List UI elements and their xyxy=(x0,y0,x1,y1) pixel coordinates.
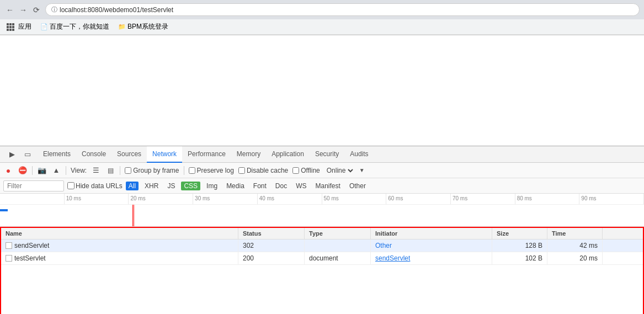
row1-type xyxy=(305,240,371,252)
row2-initiator[interactable]: sendServlet xyxy=(371,252,492,264)
row1-initiator: Other xyxy=(371,240,492,252)
preserve-log-label[interactable]: Preserve log xyxy=(189,167,234,174)
toolbar-separator-2 xyxy=(66,166,66,175)
clear-button[interactable]: ⛔ xyxy=(18,166,28,175)
filter-type-xhr[interactable]: XHR xyxy=(142,182,161,190)
browser-chrome: ← → ⟳ ⓘ localhost:8080/webdemo01/testSer… xyxy=(0,0,644,35)
toolbar-separator-4 xyxy=(184,166,184,175)
filter-type-manifest[interactable]: Manifest xyxy=(313,182,343,190)
row2-type: document xyxy=(305,252,371,264)
bookmark-apps[interactable]: 应用 xyxy=(4,21,34,33)
tab-console[interactable]: Console xyxy=(76,146,111,163)
tab-performance[interactable]: Performance xyxy=(182,146,231,163)
tab-application[interactable]: Application xyxy=(266,146,310,163)
filter-type-doc[interactable]: Doc xyxy=(273,182,290,190)
tab-security[interactable]: Security xyxy=(310,146,344,163)
timeline-bar-request xyxy=(0,209,8,211)
tick-60: 60 ms xyxy=(386,194,451,204)
devtools-tabs: ▶ ▭ Elements Console Sources Network Per… xyxy=(0,146,644,163)
table-row[interactable]: sendServlet 302 Other 128 B 42 ms xyxy=(1,240,643,252)
filter-type-ws[interactable]: WS xyxy=(293,182,309,190)
row2-time: 20 ms xyxy=(547,252,603,264)
row1-time: 42 ms xyxy=(547,240,603,252)
hide-data-urls-label[interactable]: Hide data URLs xyxy=(67,182,123,190)
bookmarks-bar: 应用 📄 百度一下，你就知道 📁 BPM系统登录 xyxy=(0,19,644,35)
filter-type-css[interactable]: CSS xyxy=(181,182,200,190)
throttle-select[interactable]: Online xyxy=(324,166,355,175)
col-header-name: Name xyxy=(1,228,238,239)
table-row[interactable]: testServlet 200 document sendServlet 102… xyxy=(1,252,643,265)
filter-type-js[interactable]: JS xyxy=(164,182,178,190)
tick-40: 40 ms xyxy=(258,194,322,204)
tab-network[interactable]: Network xyxy=(147,146,182,163)
camera-button[interactable]: 📷 xyxy=(37,166,47,175)
filter-bar: Hide data URLs All XHR JS CSS Img Media … xyxy=(0,178,644,194)
browser-toolbar: ← → ⟳ ⓘ localhost:8080/webdemo01/testSer… xyxy=(0,0,644,19)
filter-type-img[interactable]: Img xyxy=(204,182,220,190)
network-table[interactable]: Name Status Type Initiator Size Time sen… xyxy=(0,227,644,314)
filter-type-font[interactable]: Font xyxy=(251,182,269,190)
bookmark-bpm[interactable]: 📁 BPM系统登录 xyxy=(116,21,171,33)
tick-0 xyxy=(0,194,65,204)
tab-memory[interactable]: Memory xyxy=(231,146,266,163)
forward-button[interactable]: → xyxy=(18,4,29,15)
disable-cache-label[interactable]: Disable cache xyxy=(238,167,288,174)
disable-cache-checkbox[interactable] xyxy=(238,167,245,174)
row1-name: sendServlet xyxy=(1,240,238,252)
hide-data-urls-checkbox[interactable] xyxy=(67,182,74,189)
filter-type-other[interactable]: Other xyxy=(347,182,369,190)
tick-10: 10 ms xyxy=(65,194,129,204)
tab-sources[interactable]: Sources xyxy=(111,146,147,163)
record-button[interactable]: ● xyxy=(3,166,13,175)
preserve-log-checkbox[interactable] xyxy=(189,167,195,174)
group-by-frame-label[interactable]: Group by frame xyxy=(125,167,179,174)
filter-type-all[interactable]: All xyxy=(126,182,139,190)
row1-status: 302 xyxy=(238,240,305,252)
tab-elements[interactable]: Elements xyxy=(38,146,76,163)
nav-buttons: ← → ⟳ xyxy=(4,4,42,15)
col-header-type: Type xyxy=(305,228,371,239)
filter-button[interactable]: ▲ xyxy=(51,166,61,175)
devtools-icons: ▶ ▭ xyxy=(2,148,38,161)
address-bar[interactable]: ⓘ localhost:8080/webdemo01/testServlet xyxy=(45,3,640,16)
filter-type-media[interactable]: Media xyxy=(223,182,247,190)
view-label: View: xyxy=(71,167,87,174)
tick-90: 90 ms xyxy=(579,194,644,204)
list-view-button[interactable]: ☰ xyxy=(91,166,101,175)
row2-name: testServlet xyxy=(1,252,238,264)
group-by-frame-checkbox[interactable] xyxy=(125,167,131,174)
offline-checkbox[interactable] xyxy=(292,167,299,174)
col-header-initiator: Initiator xyxy=(371,228,492,239)
filter-input[interactable] xyxy=(3,180,64,191)
col-header-time: Time xyxy=(547,228,603,239)
bookmark-baidu-label: 百度一下，你就知道 xyxy=(50,22,109,31)
toolbar-separator-3 xyxy=(120,166,120,175)
network-toolbar: ● ⛔ 📷 ▲ View: ☰ ▤ Group by frame Preserv… xyxy=(0,163,644,178)
timeline-marker-red-1 xyxy=(132,205,133,227)
page-content xyxy=(0,35,644,146)
back-button[interactable]: ← xyxy=(4,4,15,15)
bookmark-bpm-label: BPM系统登录 xyxy=(127,22,168,31)
tab-audits[interactable]: Audits xyxy=(344,146,374,163)
apps-icon xyxy=(7,23,14,31)
offline-label[interactable]: Offline xyxy=(292,167,320,174)
bookmark-baidu[interactable]: 📄 百度一下，你就知道 xyxy=(38,21,111,33)
large-rows-button[interactable]: ▤ xyxy=(105,166,115,175)
reload-button[interactable]: ⟳ xyxy=(31,4,42,15)
tick-50: 50 ms xyxy=(322,194,387,204)
inspect-element-button[interactable]: ▶ xyxy=(6,148,19,161)
bookmark-page-icon: 📄 xyxy=(40,23,48,30)
url-text: localhost:8080/webdemo01/testServlet xyxy=(60,6,173,14)
tick-30: 30 ms xyxy=(193,194,258,204)
more-options-arrow[interactable]: ▼ xyxy=(359,167,365,173)
lock-icon: ⓘ xyxy=(51,6,57,14)
tick-80: 80 ms xyxy=(515,194,580,204)
table-header: Name Status Type Initiator Size Time xyxy=(1,228,643,240)
timeline-marker-red-2 xyxy=(134,205,134,227)
device-toolbar-button[interactable]: ▭ xyxy=(21,148,34,161)
devtools-panel: ▶ ▭ Elements Console Sources Network Per… xyxy=(0,146,644,314)
row2-status: 200 xyxy=(238,252,305,264)
tick-70: 70 ms xyxy=(451,194,515,204)
timeline-ruler: 10 ms 20 ms 30 ms 40 ms 50 ms 60 ms 70 m… xyxy=(0,194,644,205)
row2-icon xyxy=(6,255,12,262)
